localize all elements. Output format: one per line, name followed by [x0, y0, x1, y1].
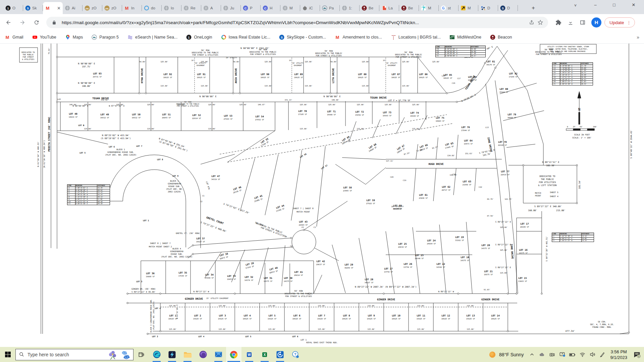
bookmark-4[interactable]: Paragon 5 [92, 35, 119, 40]
browser-tab-1[interactable]: 1O [3, 2, 23, 14]
bookmark-5[interactable]: eSearch | Name Sea... [127, 35, 177, 40]
bookmark-2[interactable]: YouTube [32, 35, 56, 40]
tray-pen-icon[interactable] [597, 347, 607, 362]
monument-marker [127, 293, 128, 294]
browser-tab-6[interactable]: ONEzO [102, 2, 122, 14]
profile-avatar[interactable]: H [591, 17, 601, 27]
browser-tab-3[interactable]: M✕ [43, 2, 63, 14]
tab-close-icon[interactable]: ✕ [57, 6, 61, 11]
street-name: GINGER DRIVE [377, 298, 395, 301]
browser-tab-15[interactable]: M [280, 2, 300, 14]
bookmark-7[interactable]: Iowa Real Estate Lic... [221, 35, 270, 40]
taskbar-app-taskview[interactable] [133, 347, 149, 362]
window-maximize-button[interactable]: □ [606, 0, 622, 11]
taskbar-app-word[interactable]: W [241, 347, 257, 362]
bookmark-6[interactable]: 1OneLogin [186, 35, 212, 40]
lot-area: 29637 SF [316, 263, 325, 265]
browser-tab-16[interactable]: iC [300, 2, 320, 14]
page-content-plat-map: PEOSTA STREET (66' ROW)TEGAN DRIVETEGAN … [0, 44, 644, 347]
tray-battery-icon[interactable] [567, 347, 577, 362]
reload-button[interactable] [31, 17, 42, 28]
tray-speaker-icon[interactable] [587, 347, 597, 362]
tray-monitor-icon[interactable] [557, 347, 567, 362]
bookmark-8[interactable]: SSkySlope - Custom... [279, 35, 326, 40]
browser-tab-12[interactable]: Ju [221, 2, 241, 14]
monument-marker [56, 93, 58, 94]
taskbar-app-mailapp[interactable] [211, 347, 226, 362]
browser-tab-7[interactable]: MIn [122, 2, 142, 14]
dimension: 125.00' [357, 104, 364, 106]
tray-camera-icon[interactable] [547, 347, 557, 362]
browser-tab-17[interactable]: Pa [320, 2, 340, 14]
lot-number: LOT 42 [316, 260, 325, 263]
table-cell: S 44°27'22" W [559, 240, 581, 242]
search-highlight-flowers-icon[interactable] [106, 350, 132, 360]
omnibox[interactable]: https://mail.google.com/mail/u/0/?zx=xg2… [46, 17, 548, 28]
notification-center-button[interactable]: 1 [630, 347, 644, 362]
table-cell: 14.14' [581, 240, 594, 242]
taskbar-app-edge[interactable] [149, 347, 164, 362]
bookmark-10[interactable]: Locations | BGRS tal... [391, 35, 441, 40]
browser-tab-11[interactable]: A [201, 2, 221, 14]
browser-tab-5[interactable]: ONEzO [83, 2, 102, 14]
browser-tab-13[interactable]: CP [241, 2, 261, 14]
download-icon[interactable] [566, 18, 575, 27]
browser-tab-20[interactable]: La [379, 2, 399, 14]
browser-tab-9[interactable]: Io [162, 2, 181, 14]
browser-menu-kebab-icon[interactable]: ⋮ [627, 20, 631, 25]
bookmark-11[interactable]: MidWestOne [449, 35, 481, 40]
taskbar-clock[interactable]: 3:56 PM 9/1/2023 [607, 349, 630, 360]
bookmarks-overflow-chevron[interactable]: » [637, 35, 639, 40]
start-button[interactable] [0, 347, 15, 362]
lot-area: 14019 SF [69, 116, 78, 118]
tray-wifi-icon[interactable] [577, 347, 587, 362]
update-button[interactable]: Update ⋮ [604, 17, 635, 27]
new-tab-button[interactable]: + [529, 4, 537, 12]
browser-tab-24[interactable]: M [459, 2, 478, 14]
browser-tab-26[interactable]: SD [498, 2, 518, 14]
bookmark-3[interactable]: Maps [65, 35, 83, 40]
street-name: HUGO DRIVE [428, 163, 444, 166]
lot-area: 16625 SF [243, 318, 252, 320]
extensions-puzzle-icon[interactable] [554, 18, 563, 27]
back-button[interactable] [3, 17, 14, 28]
browser-tab-23[interactable]: Gst [439, 2, 459, 14]
share-icon[interactable] [527, 18, 536, 27]
taskbar-search-input[interactable]: Type here to search [15, 349, 133, 360]
browser-tab-10[interactable]: Re [181, 2, 201, 14]
forward-button[interactable] [17, 17, 28, 28]
browser-tab-22[interactable]: M [419, 2, 439, 14]
taskbar-app-help[interactable]: ? [288, 347, 303, 362]
taskbar-app-sync[interactable] [272, 347, 288, 362]
browser-tab-25[interactable]: D [478, 2, 498, 14]
browser-tab-8[interactable]: do [142, 2, 162, 14]
monument-marker [192, 245, 194, 246]
taskbar-app-chrome[interactable] [226, 347, 241, 362]
bookmark-label: Beacon [498, 35, 512, 40]
lot-number: LOT 89 [294, 73, 303, 76]
window-minimize-button[interactable]: – [588, 0, 603, 11]
weather-widget[interactable]: 88°F Sunny [489, 351, 524, 358]
side-panel-icon[interactable] [578, 18, 587, 27]
taskbar-app-firefox[interactable] [195, 347, 211, 362]
bookmark-star-icon[interactable] [536, 18, 545, 27]
taskbar-app-excel[interactable]: X [257, 347, 272, 362]
browser-tab-18[interactable]: 1: [340, 2, 360, 14]
browser-tab-21[interactable]: Be [399, 2, 419, 14]
window-close-button[interactable]: ✕ [626, 0, 641, 11]
bookmark-1[interactable]: MGmail [5, 35, 23, 40]
browser-tab-14[interactable]: CH [261, 2, 280, 14]
tray-cloud-icon[interactable] [537, 347, 547, 362]
bookmark-9[interactable]: MAmendment to clos... [335, 35, 382, 40]
tray-chevron-up-icon[interactable] [527, 347, 537, 362]
browser-tab-19[interactable]: Be [360, 2, 379, 14]
annotation: GINGERBREAD [170, 250, 183, 252]
taskbar-app-lightning[interactable] [164, 347, 180, 362]
browser-tab-2[interactable]: SSk [23, 2, 43, 14]
tab-search-chevron-icon[interactable]: ˅ [574, 3, 577, 8]
lot-area: 16944 SF [410, 115, 419, 117]
bookmark-12[interactable]: Beacon [490, 35, 512, 40]
taskbar-app-folder[interactable] [180, 347, 195, 362]
globe-icon [223, 5, 228, 11]
browser-tab-4[interactable]: Ai [63, 2, 83, 14]
